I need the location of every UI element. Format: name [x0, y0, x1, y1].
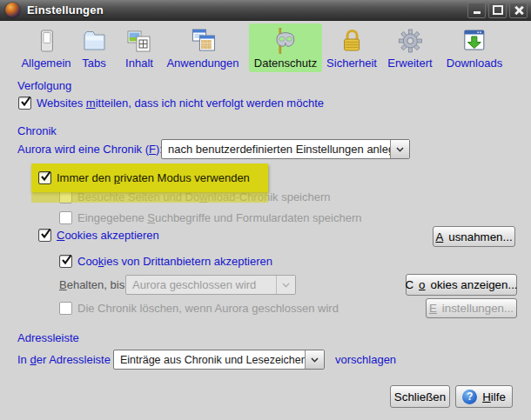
show-cookies-button[interactable]: Cookies anzeigen...	[406, 274, 517, 296]
general-icon	[32, 26, 60, 56]
history-mode-row: Aurora wird eine Chronik (F):	[17, 143, 163, 156]
location-bar-label: In der Adressleiste	[17, 353, 111, 366]
cookie-exceptions-button[interactable]: Ausnahmen...	[433, 226, 515, 247]
tab-label: Downloads	[447, 57, 502, 70]
minimize-icon	[474, 11, 481, 14]
third-party-cookies-row: Cookies von Drittanbietern akzeptieren	[59, 255, 272, 268]
tab-tabs[interactable]: Tabs	[75, 23, 113, 72]
location-bar-label-row: In der Adressleiste	[17, 353, 111, 366]
tab-erweitert[interactable]: Erweitert	[382, 23, 437, 72]
close-button[interactable]	[509, 3, 528, 18]
keep-until-value: Aurora geschlossen wird	[126, 276, 276, 294]
window-controls	[467, 3, 528, 18]
third-party-cookies-checkbox[interactable]	[59, 255, 72, 268]
clear-on-close-row: Die Chronik löschen, wenn Aurora geschlo…	[59, 302, 339, 315]
close-dialog-button[interactable]: Schließen	[390, 385, 450, 408]
dnt-row: Websites mitteilen, dass ich nicht verfo…	[18, 97, 324, 110]
tab-datenschutz[interactable]: Datenschutz	[249, 23, 322, 72]
dnt-label[interactable]: Websites mitteilen, dass ich nicht verfo…	[37, 97, 324, 110]
keep-until-select: Aurora geschlossen wird	[125, 275, 296, 295]
highlight-annotation: Immer den privaten Modus verwenden	[31, 163, 268, 192]
help-button-label: Hilfe	[482, 390, 506, 403]
downloads-icon	[460, 26, 488, 56]
content-icon	[125, 26, 153, 56]
location-bar-value: Einträge aus Chronik und Lesezeichen	[114, 350, 305, 369]
remember-forms-checkbox[interactable]	[59, 211, 72, 224]
tab-allgemein[interactable]: Allgemein	[16, 23, 76, 72]
section-chronik: Chronik	[17, 124, 57, 137]
tab-label: Inhalt	[125, 57, 153, 70]
dnt-checkbox[interactable]	[18, 97, 31, 110]
preferences-window: Einstellungen Allgemein Tabs	[0, 0, 531, 420]
location-bar-suffix: vorschlagen	[335, 353, 396, 366]
checkmark-icon	[19, 95, 32, 108]
history-mode-select[interactable]: nach benutzerdefinierten Einstellungen a…	[161, 139, 410, 159]
advanced-gear-icon	[396, 26, 424, 56]
close-icon	[514, 6, 523, 15]
security-lock-icon	[338, 26, 366, 56]
history-mode-value: nach benutzerdefinierten Einstellungen a…	[162, 140, 390, 158]
keep-until-label: Behalten, bis:	[59, 278, 128, 291]
applications-icon	[188, 26, 218, 56]
tab-label: Erweitert	[387, 57, 432, 70]
maximize-button[interactable]	[488, 3, 507, 18]
tab-sicherheit[interactable]: Sicherheit	[321, 23, 382, 72]
help-button[interactable]: ? Hilfe	[455, 385, 513, 408]
tab-label: Sicherheit	[326, 57, 377, 70]
chevron-down-icon	[276, 276, 295, 294]
accept-cookies-row: Cookies akzeptieren	[38, 229, 159, 242]
clear-on-close-checkbox[interactable]	[59, 302, 72, 315]
private-mode-checkbox[interactable]	[38, 171, 51, 184]
titlebar[interactable]: Einstellungen	[0, 0, 531, 21]
private-mode-label[interactable]: Immer den privaten Modus verwenden	[57, 171, 250, 184]
checkmark-icon	[60, 253, 73, 266]
clear-settings-button: Einstellungen...	[426, 298, 517, 318]
chevron-down-icon[interactable]	[390, 140, 409, 158]
checkmark-icon	[39, 227, 52, 240]
privacy-mask-icon	[272, 26, 299, 56]
tab-label: Allgemein	[21, 57, 71, 70]
accept-cookies-label[interactable]: Cookies akzeptieren	[57, 229, 159, 242]
tabs-icon	[80, 26, 108, 56]
section-adressleiste: Adressleiste	[17, 331, 79, 344]
section-verfolgung: Verfolgung	[17, 79, 71, 92]
tab-downloads[interactable]: Downloads	[441, 23, 507, 72]
location-bar-suffix-row: vorschlagen	[335, 353, 396, 366]
help-icon: ?	[462, 390, 477, 404]
chevron-down-icon[interactable]	[305, 350, 324, 369]
tab-label: Anwendungen	[166, 57, 239, 70]
clear-on-close-label: Die Chronik löschen, wenn Aurora geschlo…	[77, 302, 339, 315]
aurora-app-icon	[5, 3, 20, 17]
window-title: Einstellungen	[27, 3, 104, 17]
minimize-button[interactable]	[467, 3, 486, 18]
tab-anwendungen[interactable]: Anwendungen	[161, 23, 244, 72]
accept-cookies-checkbox[interactable]	[38, 229, 51, 242]
highlight-annotation-overflow	[31, 192, 268, 203]
remember-forms-label: Eingegebene Suchbegriffe und Formulardat…	[77, 211, 361, 224]
remember-forms-row: Eingegebene Suchbegriffe und Formulardat…	[59, 211, 361, 224]
maximize-icon	[493, 5, 503, 15]
third-party-cookies-label[interactable]: Cookies von Drittanbietern akzeptieren	[77, 255, 272, 268]
tab-inhalt[interactable]: Inhalt	[120, 23, 158, 72]
checkmark-icon	[39, 170, 52, 183]
tab-label: Datenschutz	[254, 57, 317, 70]
location-bar-select[interactable]: Einträge aus Chronik und Lesezeichen	[113, 350, 325, 370]
keep-until-row: Behalten, bis:	[59, 278, 128, 291]
tab-label: Tabs	[82, 57, 105, 70]
history-mode-label: Aurora wird eine Chronik (F):	[17, 143, 163, 156]
